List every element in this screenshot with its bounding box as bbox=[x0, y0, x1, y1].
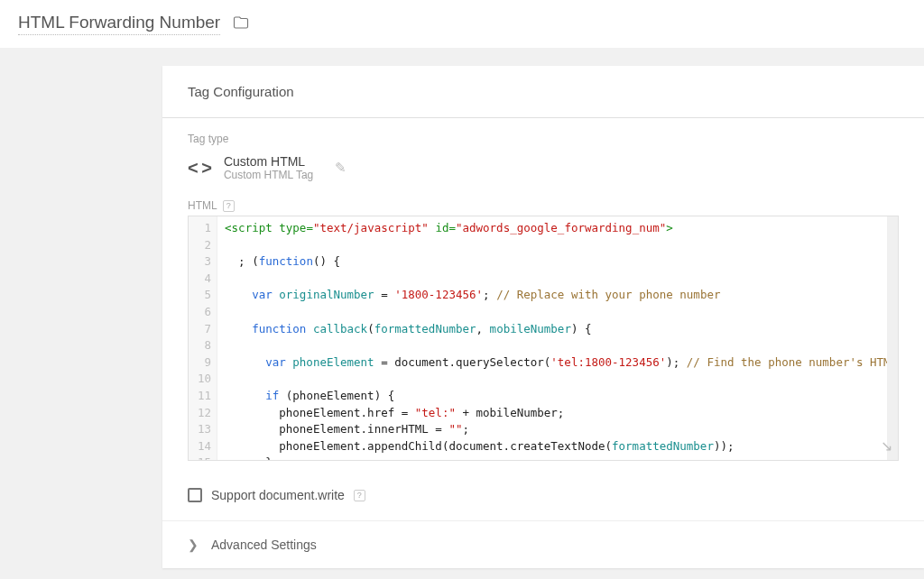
help-icon[interactable]: ? bbox=[223, 200, 235, 212]
support-documentwrite-checkbox[interactable] bbox=[188, 488, 202, 502]
chevron-right-icon: ❯ bbox=[188, 538, 199, 552]
help-icon[interactable]: ? bbox=[354, 490, 365, 501]
card-title: Tag Configuration bbox=[162, 66, 924, 118]
page-title: HTML Forwarding Number bbox=[18, 13, 220, 35]
code-area[interactable]: <script type="text/javascript" id="adwor… bbox=[217, 216, 898, 460]
tag-config-card: Tag Configuration Tag type < > Custom HT… bbox=[162, 66, 924, 568]
card-body: Tag type < > Custom HTML Custom HTML Tag… bbox=[162, 118, 924, 470]
resize-handle-icon[interactable]: ↘ bbox=[881, 437, 892, 455]
code-editor[interactable]: 123456789101112131415161718 <script type… bbox=[188, 216, 899, 461]
code-icon: < > bbox=[188, 158, 211, 179]
support-documentwrite-row: Support document.write ? bbox=[162, 470, 924, 520]
line-gutter: 123456789101112131415161718 bbox=[189, 216, 217, 460]
html-label-row: HTML ? bbox=[188, 199, 899, 212]
scrollbar[interactable] bbox=[887, 216, 898, 460]
tag-type-title: Custom HTML bbox=[224, 154, 313, 169]
page-header: HTML Forwarding Number bbox=[0, 0, 924, 48]
folder-icon[interactable] bbox=[233, 14, 249, 34]
advanced-settings-label: Advanced Settings bbox=[211, 538, 317, 552]
tag-type-text: Custom HTML Custom HTML Tag bbox=[224, 154, 313, 181]
advanced-settings-toggle[interactable]: ❯ Advanced Settings bbox=[162, 521, 924, 568]
tag-type-label: Tag type bbox=[188, 133, 899, 145]
tag-type-row: < > Custom HTML Custom HTML Tag ✎ bbox=[188, 154, 899, 181]
edit-pencil-icon[interactable]: ✎ bbox=[335, 160, 346, 176]
tag-type-sub: Custom HTML Tag bbox=[224, 169, 313, 181]
support-documentwrite-label: Support document.write bbox=[211, 488, 345, 502]
html-label: HTML bbox=[188, 199, 217, 212]
